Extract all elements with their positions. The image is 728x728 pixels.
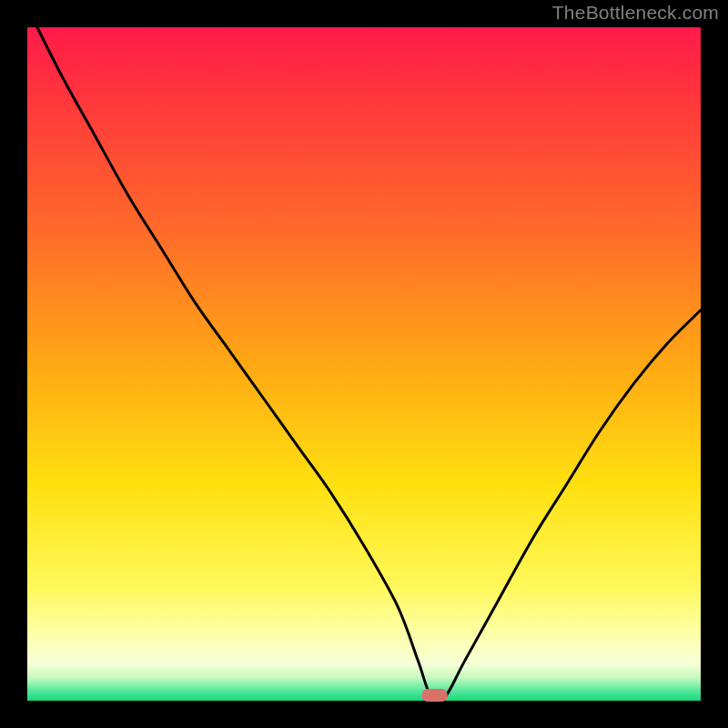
optimal-marker xyxy=(422,689,448,702)
bottleneck-chart: TheBottleneck.com xyxy=(0,0,728,728)
attribution-text: TheBottleneck.com xyxy=(552,2,719,24)
chart-svg xyxy=(0,0,728,728)
chart-plot-area xyxy=(27,27,701,701)
